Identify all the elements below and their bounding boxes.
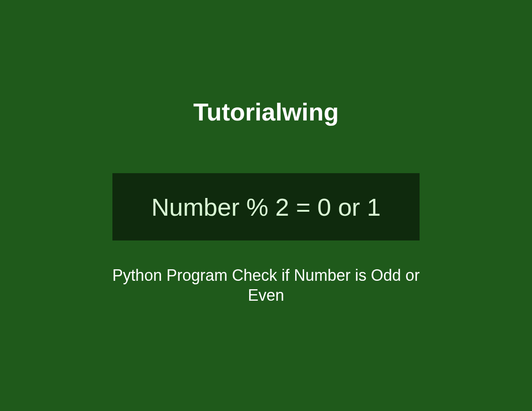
code-expression: Number % 2 = 0 or 1 xyxy=(151,193,381,221)
page-title: Tutorialwing xyxy=(193,97,339,126)
code-box: Number % 2 = 0 or 1 xyxy=(112,173,420,240)
description-text: Python Program Check if Number is Odd or… xyxy=(107,265,425,305)
